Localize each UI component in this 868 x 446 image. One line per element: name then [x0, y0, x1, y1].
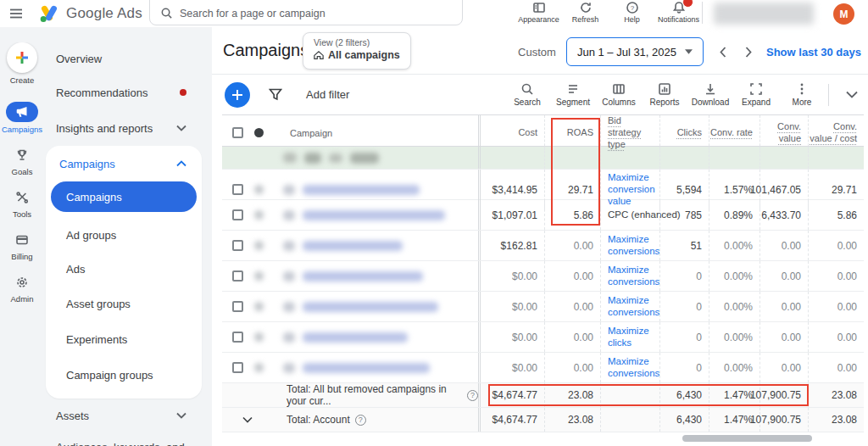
- row-checkbox[interactable]: [232, 240, 243, 251]
- header-checkbox-cell: [222, 115, 251, 150]
- chevron-down-icon: [242, 416, 253, 423]
- column-header-cost[interactable]: Cost: [478, 115, 544, 150]
- expand-total-button[interactable]: [222, 408, 273, 432]
- google-ads-logo[interactable]: Google Ads: [37, 3, 142, 24]
- row-checkbox[interactable]: [232, 184, 243, 195]
- help-circle-icon[interactable]: ?: [467, 390, 478, 401]
- megaphone-icon: [15, 106, 29, 118]
- columns-tool-button[interactable]: Columns: [596, 82, 642, 107]
- row-status-dot-blurred: [254, 210, 264, 220]
- date-range-picker[interactable]: Jun 1 – Jul 31, 2025: [566, 37, 704, 66]
- total-conv-value-cost-value: 23.08: [808, 408, 864, 432]
- sidebar-item-audiences[interactable]: Audiences, keywords, and: [44, 434, 202, 446]
- sidebar-item-ad-groups[interactable]: Ad groups: [46, 220, 202, 249]
- more-tool-button[interactable]: More: [779, 82, 825, 107]
- sidebar-item-asset-groups[interactable]: Asset groups: [46, 289, 202, 318]
- notifications-button[interactable]: Notifications: [655, 0, 702, 27]
- column-header-conv-value-cost[interactable]: Conv. value / cost: [808, 115, 864, 150]
- avatar[interactable]: M: [833, 3, 854, 25]
- select-all-checkbox[interactable]: [232, 127, 243, 138]
- rail-item-create[interactable]: Create: [0, 42, 44, 85]
- sidebar-item-ads[interactable]: Ads: [46, 254, 202, 283]
- table-row[interactable]: $0.00 0.00 Maximize conversions 0 0.00% …: [222, 292, 864, 322]
- collapse-toolbar-icon[interactable]: [836, 91, 868, 98]
- sidebar-item-campaign-groups[interactable]: Campaign groups: [46, 360, 202, 389]
- top-search-input[interactable]: Search for a page or campaign: [149, 0, 463, 25]
- create-button[interactable]: [7, 42, 37, 73]
- view-filter-chip[interactable]: View (2 filters) All campaigns: [303, 32, 411, 70]
- column-header-conv-value[interactable]: Conv. value: [760, 115, 808, 150]
- google-ads-app: Google Ads Search for a page or campaign…: [0, 0, 868, 446]
- clicks-value: 785: [659, 200, 709, 230]
- table-row[interactable]: $0.00 0.00 Maximize conversions 0 0.00% …: [222, 353, 864, 383]
- download-tool-button[interactable]: Download: [687, 82, 733, 107]
- rail-item-billing[interactable]: Billing: [0, 231, 44, 261]
- column-header-campaign[interactable]: Campaign: [273, 115, 478, 150]
- conv-rate-value: 0.00%: [709, 322, 760, 352]
- refresh-button[interactable]: Refresh: [562, 0, 609, 27]
- svg-text:?: ?: [630, 4, 634, 12]
- conv-value-cost-value: 0.00: [808, 353, 864, 382]
- roas-value: 0.00: [544, 292, 600, 321]
- table-row[interactable]: $162.81 0.00 Maximize conversions 51 0.0…: [222, 231, 864, 261]
- appearance-button[interactable]: Appearance: [515, 0, 562, 27]
- rail-item-tools[interactable]: Tools: [0, 188, 44, 219]
- rail-item-admin[interactable]: Admin: [0, 273, 44, 304]
- row-checkbox[interactable]: [232, 301, 243, 312]
- rail-item-campaigns[interactable]: Campaigns: [0, 102, 44, 134]
- column-header-roas[interactable]: ROAS: [544, 115, 600, 150]
- date-next-button[interactable]: [736, 47, 761, 58]
- conv-value-cost-value: 0.00: [808, 322, 864, 352]
- action-label: Refresh: [572, 15, 599, 24]
- show-last-30-days-link[interactable]: Show last 30 days: [766, 46, 861, 59]
- add-filter-button[interactable]: Add filter: [306, 88, 349, 101]
- filter-icon[interactable]: [269, 88, 282, 101]
- active-rail-pill: [6, 102, 38, 122]
- bid-strategy-link[interactable]: Maximize clicks: [600, 322, 659, 352]
- bid-strategy-link[interactable]: Maximize conversions: [600, 353, 659, 382]
- sidebar-item-assets[interactable]: Assets: [44, 403, 202, 428]
- segment-tool-button[interactable]: Segment: [550, 82, 596, 107]
- reports-tool-button[interactable]: Reports: [642, 82, 687, 107]
- table-row[interactable]: $0.00 0.00 Maximize clicks 0 0.00% 0.00 …: [222, 322, 864, 353]
- conv-value-value: 0.00: [760, 353, 808, 382]
- row-checkbox[interactable]: [232, 332, 243, 343]
- rail-item-label: Create: [10, 75, 35, 85]
- expand-tool-button[interactable]: Expand: [733, 82, 779, 107]
- table-row[interactable]: $0.00 0.00 Maximize conversions 0 0.00% …: [222, 261, 864, 292]
- date-prev-button[interactable]: [710, 47, 736, 58]
- sidebar-item-campaigns-selected[interactable]: Campaigns: [51, 181, 197, 212]
- table-row[interactable]: $3,414.95 29.71 Maximize conversion valu…: [222, 170, 864, 200]
- topbar-divider: [702, 2, 703, 24]
- row-checkbox[interactable]: [232, 270, 243, 282]
- sidebar-section-campaigns[interactable]: Campaigns: [46, 151, 202, 176]
- bid-strategy-link[interactable]: Maximize conversions: [600, 261, 659, 291]
- table-row[interactable]: $1,097.01 5.86 CPC (enhanced) 785 0.89% …: [222, 200, 864, 231]
- new-campaign-button[interactable]: [225, 82, 250, 108]
- rail-item-goals[interactable]: Goals: [0, 146, 44, 176]
- row-checkbox[interactable]: [232, 362, 243, 373]
- expand-icon: [749, 82, 763, 96]
- sidebar-item-experiments[interactable]: Experiments: [46, 325, 202, 354]
- menu-icon[interactable]: [0, 6, 32, 21]
- bid-strategy-link[interactable]: Maximize conversions: [600, 231, 659, 260]
- columns-icon: [612, 82, 626, 96]
- help-circle-icon[interactable]: ?: [355, 415, 366, 426]
- cost-value: $0.00: [478, 353, 544, 382]
- sidebar-item-overview[interactable]: Overview: [44, 46, 202, 71]
- column-header-clicks[interactable]: Clicks: [659, 115, 709, 150]
- row-status-dot-blurred: [254, 302, 264, 311]
- column-header-bid-strategy-type[interactable]: Bid strategy type: [600, 115, 659, 150]
- total-conv-value-value: 107,900.75: [760, 383, 808, 407]
- column-header-conv-rate[interactable]: Conv. rate: [709, 115, 760, 150]
- horizontal-scrollbar[interactable]: [682, 435, 812, 442]
- topbar-actions: AppearanceRefresh?HelpNotifications: [515, 0, 702, 27]
- help-button[interactable]: ?Help: [609, 0, 655, 27]
- search-tool-button[interactable]: Search: [504, 82, 550, 107]
- bid-strategy-link[interactable]: Maximize conversions: [600, 292, 659, 321]
- table-row-highlighted[interactable]: [222, 147, 864, 170]
- roas-value: 0.00: [544, 231, 600, 260]
- row-checkbox[interactable]: [232, 209, 243, 220]
- sidebar-item-insights[interactable]: Insights and reports: [44, 115, 202, 141]
- sidebar-item-recommendations[interactable]: Recommendations: [44, 80, 202, 105]
